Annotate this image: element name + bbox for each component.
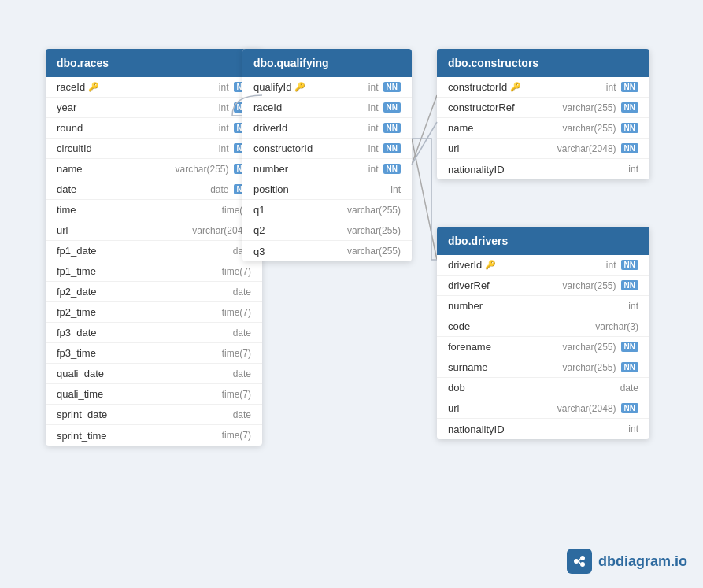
field-type: varchar(255) NN [563,280,638,291]
field-type: time(7) [222,348,251,359]
field-type: varchar(255) NN [563,362,638,373]
field-type: varchar(255) NN [563,342,638,353]
field-name: quali_time [57,388,103,400]
table-row: q2 varchar(255) [242,220,412,241]
field-name: forename [448,341,491,353]
table-row: nationalityID int [437,419,649,439]
table-row: date date NN [46,179,262,200]
canvas: dbo.races raceId 🔑 int NN year int NN ro… [0,0,703,588]
field-name: driverId 🔑 [448,259,496,271]
field-type: varchar(3) [595,321,638,332]
nn-badge: NN [621,143,638,153]
field-name: q3 [253,246,265,257]
field-name: code [448,320,470,332]
field-name: url [448,142,459,154]
field-type: varchar(255) NN [563,123,638,134]
field-type: int [628,164,638,175]
field-type: varchar(255) [347,205,401,216]
nn-badge: NN [383,102,401,113]
table-row: sprint_date date [46,405,262,425]
table-drivers: dbo.drivers driverId 🔑 int NN driverRef … [437,227,649,439]
table-drivers-header: dbo.drivers [437,227,649,255]
field-name: constructorId [253,142,313,154]
field-type: time(7) [222,307,251,318]
field-type: int NN [368,82,401,93]
table-row: quali_date date [46,364,262,384]
field-type: date [233,287,251,298]
nn-badge: NN [621,362,638,372]
field-type: time(7) [222,430,251,441]
field-name: year [57,102,76,113]
table-row: constructorId int NN [242,139,412,159]
table-row: qualifyId 🔑 int NN [242,77,412,98]
field-type: date [233,327,251,338]
table-row: name varchar(255) NN [437,118,649,139]
field-type: int [390,184,401,195]
logo-svg [572,553,587,569]
field-name: nationalityID [448,164,505,176]
svg-line-7 [579,561,580,564]
table-row: year int NN [46,98,262,118]
field-name: constructorId 🔑 [448,81,521,93]
field-name: number [448,300,483,312]
field-name: q1 [253,204,265,216]
svg-line-1 [412,95,437,165]
field-name: position [253,183,289,195]
field-name: qualifyId 🔑 [253,81,305,93]
field-name: number [253,163,288,175]
table-row: url varchar(2048) NN [437,398,649,419]
table-row: quali_time time(7) [46,384,262,405]
table-constructors-body: constructorId 🔑 int NN constructorRef va… [437,77,649,179]
field-name: sprint_date [57,409,107,420]
field-name: fp1_time [57,265,96,277]
pk-icon: 🔑 [294,82,305,92]
table-row: fp2_time time(7) [46,302,262,323]
table-row: q3 varchar(255) [242,241,412,261]
nn-badge: NN [383,123,401,133]
field-name: nationalityID [448,423,505,435]
table-races: dbo.races raceId 🔑 int NN year int NN ro… [46,49,262,446]
field-type: int NN [368,102,401,113]
field-name: q2 [253,224,265,236]
field-type: int [628,301,638,312]
field-name: time [57,204,76,216]
field-name: dob [448,382,465,394]
table-row: url varchar(2048) NN [437,139,649,159]
field-name: fp1_date [57,245,97,257]
field-type: date [620,383,638,394]
pk-icon: 🔑 [510,82,521,92]
table-row: driverRef varchar(255) NN [437,276,649,296]
table-row: constructorId 🔑 int NN [437,77,649,98]
table-constructors-header: dbo.constructors [437,49,649,77]
dbdiagram-logo: dbdiagram.io [567,549,687,574]
table-row: number int [437,296,649,316]
table-row: name varchar(255) NN [46,159,262,179]
pk-icon: 🔑 [485,260,496,270]
field-name: raceId [253,102,282,113]
table-qualifying: dbo.qualifying qualifyId 🔑 int NN raceId… [242,49,412,261]
table-row: time time(7) [46,200,262,220]
nn-badge: NN [621,280,638,290]
nn-badge: NN [621,82,638,92]
nn-badge: NN [621,403,638,413]
table-row: number int NN [242,159,412,179]
nn-badge: NN [621,342,638,352]
nn-badge: NN [621,123,638,133]
table-constructors-title: dbo.constructors [448,57,538,69]
field-name: circuitId [57,142,92,154]
field-name: driverId [253,122,287,134]
nn-badge: NN [383,82,401,92]
field-name: name [448,122,474,134]
field-type: varchar(255) [347,246,401,257]
table-qualifying-body: qualifyId 🔑 int NN raceId int NN driverI… [242,77,412,261]
table-row: fp3_time time(7) [46,343,262,364]
field-name: surname [448,361,488,373]
table-row: driverId int NN [242,118,412,139]
field-type: int NN [368,143,401,154]
table-races-body: raceId 🔑 int NN year int NN round int NN… [46,77,262,446]
table-row: dob date [437,378,649,398]
field-name: driverRef [448,279,490,291]
nn-badge: NN [621,102,638,113]
logo-icon [567,549,592,574]
field-type: varchar(2048) NN [557,403,638,414]
